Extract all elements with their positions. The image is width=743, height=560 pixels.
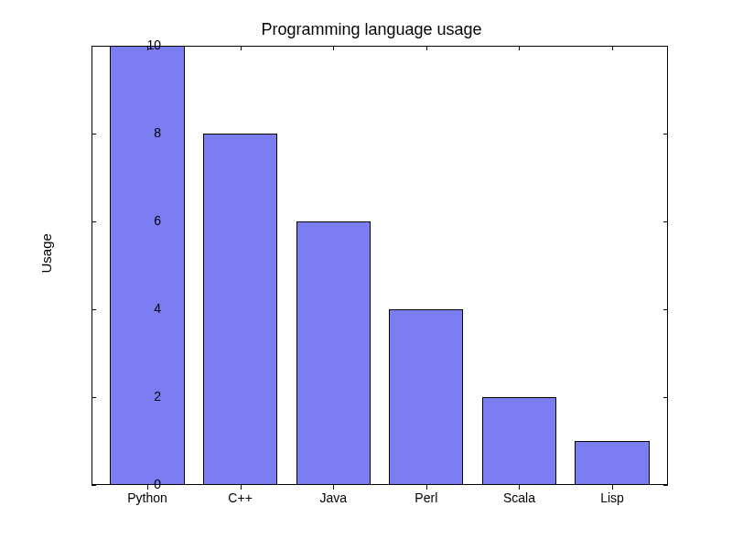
- x-tick-label: C++: [228, 490, 252, 505]
- bar: [203, 134, 277, 485]
- x-tick-mark: [519, 485, 520, 490]
- x-tick-mark: [241, 485, 242, 490]
- x-tick-mark: [147, 485, 148, 490]
- x-tick-mark: [147, 46, 148, 50]
- x-tick-mark: [519, 46, 520, 50]
- y-axis-label: Usage: [38, 233, 54, 273]
- bar: [110, 46, 184, 485]
- bar: [575, 441, 649, 485]
- y-tick-mark: [92, 397, 96, 398]
- x-tick-label: Java: [319, 490, 347, 505]
- chart-title: Programming language usage: [0, 20, 743, 39]
- x-tick-mark: [333, 46, 334, 50]
- y-tick-mark: [663, 221, 668, 222]
- y-tick-mark: [663, 309, 668, 310]
- y-tick-mark: [92, 309, 96, 310]
- x-tick-mark: [426, 485, 427, 490]
- y-tick-mark: [92, 485, 96, 486]
- bar: [296, 221, 371, 485]
- x-tick-mark: [612, 46, 613, 50]
- y-tick-mark: [92, 134, 96, 135]
- y-tick-mark: [92, 221, 96, 222]
- y-tick-label: 2: [134, 389, 161, 404]
- x-tick-label: Lisp: [600, 490, 624, 505]
- x-tick-mark: [426, 46, 427, 50]
- y-tick-mark: [663, 397, 668, 398]
- x-tick-label: Python: [127, 490, 167, 505]
- y-tick-label: 4: [134, 301, 161, 316]
- chart-plot-area: [92, 46, 668, 485]
- y-tick-label: 8: [134, 125, 161, 140]
- y-tick-mark: [663, 46, 668, 47]
- x-tick-label: Scala: [503, 490, 535, 505]
- y-tick-label: 6: [134, 213, 161, 228]
- bar: [389, 309, 463, 485]
- x-tick-label: Perl: [415, 490, 437, 505]
- x-tick-mark: [333, 485, 334, 490]
- y-tick-mark: [663, 485, 668, 486]
- x-tick-mark: [241, 46, 242, 50]
- y-tick-mark: [663, 134, 668, 135]
- x-tick-mark: [612, 485, 613, 490]
- y-tick-mark: [92, 46, 96, 47]
- bar: [482, 397, 556, 485]
